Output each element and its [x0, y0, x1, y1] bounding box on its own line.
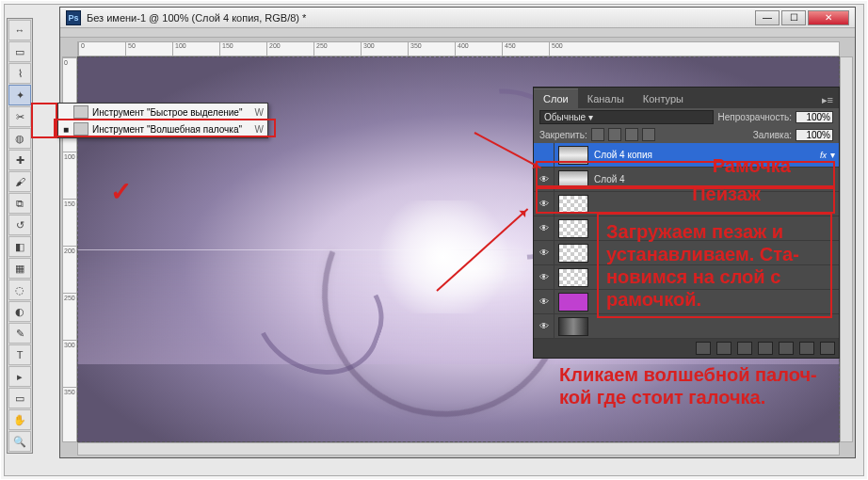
- chevron-down-icon[interactable]: ▾: [830, 150, 839, 160]
- fill-input[interactable]: [796, 129, 833, 141]
- lock-all-icon[interactable]: [642, 128, 655, 141]
- flyout-key: W: [255, 107, 264, 118]
- eyedropper-tool[interactable]: ◍: [8, 128, 31, 149]
- panel-menu-icon[interactable]: ▸≡: [816, 92, 839, 108]
- dodge-tool[interactable]: ◐: [8, 301, 31, 322]
- tool-flyout: Инструмент "Быстрое выделение" W ■ Инстр…: [57, 103, 268, 138]
- marquee-tool[interactable]: ▭: [8, 41, 31, 62]
- tab-layers[interactable]: Слои: [534, 88, 578, 108]
- lock-icons: [591, 128, 655, 141]
- path-select-tool[interactable]: ▸: [8, 366, 31, 387]
- red-checkmark: ✓: [110, 176, 132, 207]
- type-tool[interactable]: T: [8, 344, 31, 365]
- group-icon[interactable]: [779, 342, 794, 355]
- history-brush-tool[interactable]: ↺: [8, 215, 31, 235]
- tab-paths[interactable]: Контуры: [634, 89, 693, 108]
- minimize-button[interactable]: —: [755, 10, 780, 25]
- lock-transparency-icon[interactable]: [591, 128, 604, 141]
- hand-tool[interactable]: ✋: [8, 409, 31, 430]
- quick-select-icon: [73, 105, 88, 119]
- lock-position-icon[interactable]: [625, 128, 638, 141]
- pen-tool[interactable]: ✎: [8, 323, 31, 344]
- layer-thumbnail: [558, 317, 588, 336]
- maximize-button[interactable]: ☐: [781, 10, 806, 25]
- layer-thumbnail: [558, 244, 588, 263]
- vertical-scrollbar[interactable]: [840, 56, 853, 442]
- app-frame: ↔ ▭ ⌇ ✦ ✂ ◍ ✚ 🖌 ⧉ ↺ ◧ ▦ ◌ ◐ ✎ T ▸ ▭ ✋ 🔍 …: [4, 4, 864, 476]
- annotation-instruction2: Кликаем волшебной палоч-кой где стоит га…: [559, 363, 832, 408]
- adjustment-layer-icon[interactable]: [758, 342, 773, 355]
- flyout-quick-select[interactable]: Инструмент "Быстрое выделение" W: [58, 104, 267, 120]
- layer-thumbnail: [558, 195, 588, 214]
- document-window: Ps Без имени-1 @ 100% (Слой 4 копия, RGB…: [59, 7, 856, 458]
- visibility-toggle[interactable]: 👁: [534, 216, 555, 240]
- ps-app-icon: Ps: [66, 10, 81, 25]
- magic-wand-icon: [73, 122, 88, 136]
- visibility-toggle[interactable]: 👁: [534, 241, 555, 264]
- flyout-label: Инструмент "Волшебная палочка": [92, 124, 255, 135]
- lasso-tool[interactable]: ⌇: [8, 63, 31, 84]
- fill-label: Заливка:: [753, 130, 792, 140]
- horizontal-scrollbar[interactable]: [77, 442, 840, 456]
- quick-select-tool[interactable]: ✦: [8, 85, 31, 105]
- annotation-instruction1: Загружаем пезаж и устанавливаем. Ста-нов…: [597, 213, 832, 318]
- annotation-ramochka: Рамочка: [713, 154, 791, 177]
- tools-toolbar: ↔ ▭ ⌇ ✦ ✂ ◍ ✚ 🖌 ⧉ ↺ ◧ ▦ ◌ ◐ ✎ T ▸ ▭ ✋ 🔍: [7, 18, 33, 454]
- blend-mode-select[interactable]: Обычные ▾: [539, 110, 714, 124]
- blur-tool[interactable]: ◌: [8, 280, 31, 300]
- layer-fx-badge: fx: [820, 151, 830, 160]
- flyout-dot-active: ■: [62, 124, 70, 135]
- tab-channels[interactable]: Каналы: [578, 89, 634, 108]
- document-title: Без имени-1 @ 100% (Слой 4 копия, RGB/8)…: [87, 12, 753, 24]
- visibility-toggle[interactable]: 👁: [534, 265, 555, 289]
- layer-thumbnail: [558, 170, 588, 189]
- crop-tool[interactable]: ✂: [8, 106, 31, 127]
- delete-layer-icon[interactable]: [820, 342, 835, 355]
- horizontal-ruler: 050100150200250300350400450500: [77, 41, 840, 56]
- visibility-toggle[interactable]: 👁: [534, 192, 555, 216]
- shape-tool[interactable]: ▭: [8, 388, 31, 408]
- layer-thumbnail: [558, 268, 588, 287]
- gradient-tool[interactable]: ▦: [8, 258, 31, 279]
- link-layers-icon[interactable]: [696, 342, 711, 355]
- new-layer-icon[interactable]: [799, 342, 814, 355]
- layer-style-icon[interactable]: [716, 342, 731, 355]
- layer-row[interactable]: 👁 Слой 4: [534, 168, 839, 192]
- opacity-label: Непрозрачность:: [717, 112, 792, 122]
- flyout-magic-wand[interactable]: ■ Инструмент "Волшебная палочка" W: [58, 120, 267, 137]
- flyout-key: W: [255, 124, 264, 135]
- layer-thumbnail: [558, 146, 588, 165]
- lock-pixels-icon[interactable]: [608, 128, 621, 141]
- visibility-toggle[interactable]: 👁: [534, 290, 555, 313]
- eraser-tool[interactable]: ◧: [8, 236, 31, 257]
- layer-thumbnail: [558, 219, 588, 238]
- lock-label: Закрепить:: [539, 130, 587, 140]
- options-bar: [60, 28, 855, 38]
- zoom-tool[interactable]: 🔍: [8, 431, 31, 452]
- brush-tool[interactable]: 🖌: [8, 171, 31, 192]
- opacity-input[interactable]: [796, 111, 833, 123]
- move-tool[interactable]: ↔: [8, 20, 31, 40]
- stamp-tool[interactable]: ⧉: [8, 193, 31, 214]
- layer-row[interactable]: Слой 4 копия fx ▾: [534, 143, 839, 168]
- tool-highlight-box: [31, 103, 57, 138]
- annotation-peizazh: Пейзаж: [692, 183, 761, 205]
- layer-mask-icon[interactable]: [737, 342, 752, 355]
- healing-tool[interactable]: ✚: [8, 150, 31, 170]
- layer-thumbnail: [558, 293, 588, 312]
- titlebar: Ps Без имени-1 @ 100% (Слой 4 копия, RGB…: [60, 8, 855, 28]
- close-button[interactable]: ✕: [808, 10, 849, 25]
- visibility-toggle[interactable]: 👁: [534, 314, 555, 338]
- flyout-label: Инструмент "Быстрое выделение": [92, 107, 255, 118]
